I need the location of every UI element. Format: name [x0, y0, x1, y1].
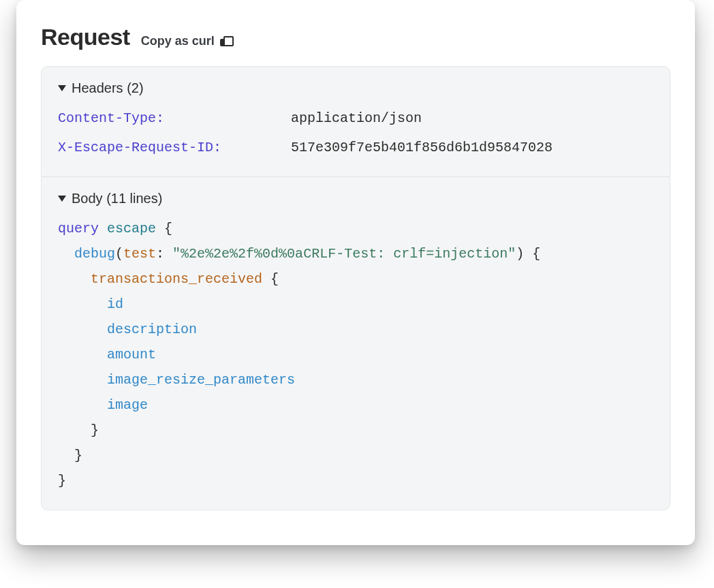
code-string: "%2e%2e%2f%0d%0aCRLF-Test: crlf=injectio… [172, 246, 516, 262]
request-card: Request Copy as curl Headers (2) Content… [16, 0, 695, 545]
code-punc: } [74, 448, 82, 463]
header-value: application/json [291, 106, 653, 131]
request-panel: Headers (2) Content-Type: application/js… [41, 66, 670, 510]
chevron-down-icon [58, 85, 66, 91]
code-field: id [107, 296, 123, 312]
code-field: amount [107, 347, 156, 362]
code-keyword: query [58, 221, 99, 236]
headers-table: Content-Type: application/json X-Escape-… [58, 106, 653, 160]
body-toggle[interactable]: Body (11 lines) [58, 191, 653, 206]
code-punc: } [91, 422, 99, 438]
code-field: image_resize_parameters [107, 372, 295, 388]
headers-label: Headers (2) [72, 80, 144, 96]
page-title: Request [41, 25, 130, 50]
copy-as-curl-button[interactable]: Copy as curl [141, 34, 231, 48]
code-field: description [107, 322, 197, 337]
header-key: X-Escape-Request-ID: [58, 135, 283, 160]
header-key: Content-Type: [58, 106, 283, 131]
code-punc: { [270, 271, 279, 287]
copy-as-curl-label: Copy as curl [141, 34, 215, 48]
code-punc: ( [115, 246, 123, 262]
headers-section: Headers (2) Content-Type: application/js… [42, 67, 670, 176]
body-label: Body (11 lines) [72, 191, 162, 206]
code-punc: } [58, 473, 66, 489]
code-punc: ) { [516, 246, 540, 262]
body-section: Body (11 lines) query escape { debug(tes… [42, 176, 670, 510]
code-punc: { [164, 221, 172, 236]
code-punc: : [156, 246, 164, 262]
request-body-code: query escape { debug(test: "%2e%2e%2f%0d… [58, 216, 653, 493]
title-row: Request Copy as curl [41, 25, 670, 50]
code-arg: test [123, 246, 156, 262]
chevron-down-icon [58, 196, 66, 202]
code-field: image [107, 397, 148, 413]
code-operation: escape [107, 221, 156, 236]
code-field: debug [74, 246, 115, 262]
headers-toggle[interactable]: Headers (2) [58, 80, 653, 96]
header-value: 517e309f7e5b401f856d6b1d95847028 [291, 135, 653, 160]
copy-icon [220, 36, 231, 47]
code-subselection: transactions_received [91, 271, 262, 287]
